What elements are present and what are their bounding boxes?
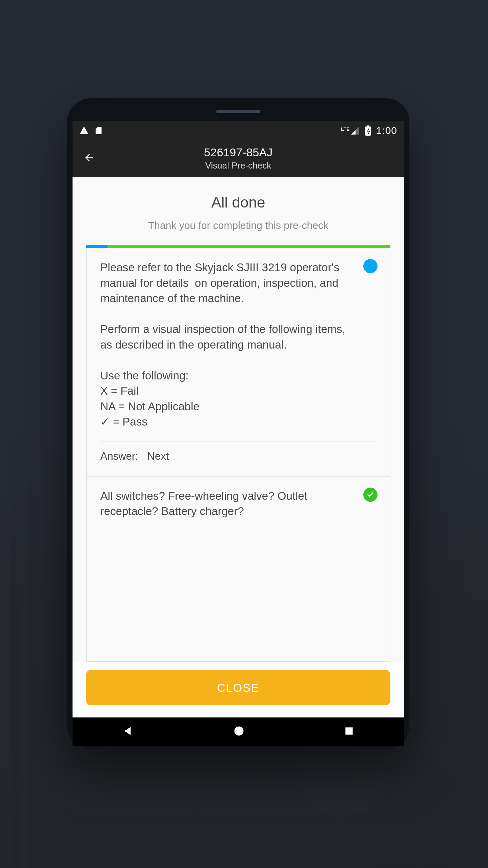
svg-rect-1 <box>346 727 353 734</box>
android-nav-bar <box>73 717 404 746</box>
lte-label: LTE <box>341 126 349 132</box>
precheck-card-switches: All switches? Free-wheeling valve? Outle… <box>87 477 390 522</box>
answer-row: Answer: Next <box>100 450 376 462</box>
svg-point-0 <box>234 727 243 736</box>
progress-segment-complete <box>107 245 390 248</box>
back-button[interactable] <box>79 148 99 169</box>
cards-container[interactable]: Please refer to the Skyjack SJIII 3219 o… <box>86 248 390 662</box>
status-dot-info-icon <box>363 259 378 273</box>
progress-bar <box>86 245 390 248</box>
appbar-subtitle: Visual Pre-check <box>73 160 404 171</box>
card-body-text: Please refer to the Skyjack SJIII 3219 o… <box>100 260 358 430</box>
nav-back-button[interactable] <box>108 719 148 745</box>
precheck-card-instructions: Please refer to the Skyjack SJIII 3219 o… <box>87 248 390 477</box>
answer-value: Next <box>147 450 169 462</box>
battery-charging-icon <box>365 125 371 136</box>
status-bar: LTE 1:00 <box>73 121 404 140</box>
footer: CLOSE <box>73 662 404 717</box>
page-subtitle: Thank you for completing this pre-check <box>86 220 390 231</box>
status-dot-pass-icon <box>363 488 378 502</box>
status-time: 1:00 <box>376 125 397 136</box>
nav-home-button[interactable] <box>219 719 259 745</box>
content-area: All done Thank you for completing this p… <box>73 177 404 717</box>
phone-frame: LTE 1:00 526197-85AJ Visual Pre-check <box>67 98 409 749</box>
answer-label: Answer: <box>100 450 138 462</box>
lte-signal-icon: LTE <box>341 126 360 135</box>
card-body-text: All switches? Free-wheeling valve? Outle… <box>100 488 358 519</box>
warning-icon <box>79 126 89 135</box>
sd-card-icon <box>94 126 103 135</box>
appbar-title: 526197-85AJ <box>73 146 404 159</box>
app-bar: 526197-85AJ Visual Pre-check <box>73 140 404 177</box>
progress-segment-start <box>86 245 107 248</box>
nav-recent-button[interactable] <box>330 719 368 744</box>
phone-screen: LTE 1:00 526197-85AJ Visual Pre-check <box>73 121 404 746</box>
close-button[interactable]: CLOSE <box>86 670 390 705</box>
card-divider <box>100 441 376 441</box>
page-title: All done <box>86 194 390 211</box>
phone-speaker <box>216 110 260 113</box>
